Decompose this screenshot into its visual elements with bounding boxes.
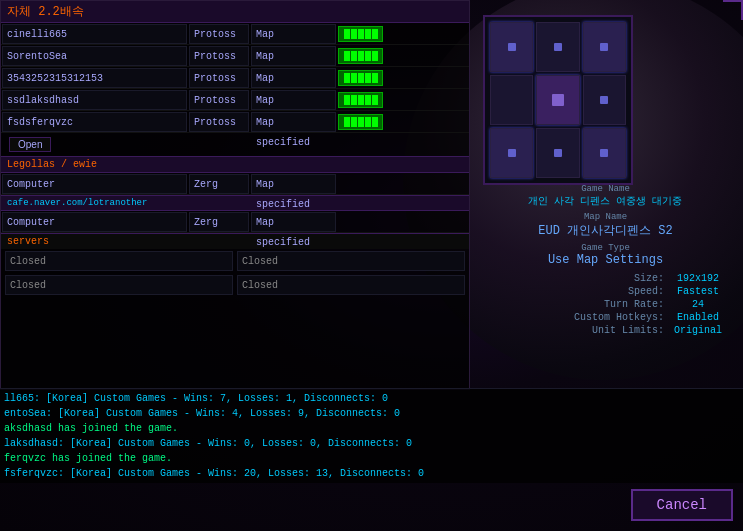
server-field-left: Closed bbox=[5, 251, 233, 271]
map-preview bbox=[483, 15, 633, 185]
server-field-right: Closed bbox=[237, 275, 465, 295]
chat-line: entoSea: [Korea] Custom Games - Wins: 4,… bbox=[4, 406, 739, 421]
map-tile bbox=[490, 22, 533, 72]
map-tile bbox=[536, 128, 579, 178]
player-map: Map specified bbox=[251, 68, 336, 88]
player-map: Map specified bbox=[251, 24, 336, 44]
status-bar bbox=[351, 117, 357, 127]
player-race: Protoss bbox=[189, 112, 249, 132]
status-bar bbox=[365, 51, 371, 61]
player-name: fsdsferqvzc bbox=[2, 112, 187, 132]
legollas-section: Legollas / ewie bbox=[1, 156, 469, 173]
map-name-value: EUD 개인사각디펜스 S2 bbox=[473, 222, 738, 239]
status-bar bbox=[344, 51, 350, 61]
speed-value: Fastest bbox=[668, 286, 728, 297]
unit-limits-value: Original bbox=[668, 325, 728, 336]
cafe-url: cafe.naver.com/lotranother bbox=[1, 195, 469, 211]
player-race: Protoss bbox=[189, 90, 249, 110]
left-panel: 자체 2.2배속 cinelli665 Protoss Map specifie… bbox=[0, 0, 470, 390]
player-status bbox=[338, 70, 383, 86]
table-row: SorentoSea Protoss Map specified bbox=[1, 45, 469, 67]
game-name-label: Game Name bbox=[473, 184, 738, 194]
map-name-label: Map Name bbox=[473, 212, 738, 222]
speed-row: Speed: Fastest bbox=[473, 286, 728, 297]
status-bar bbox=[358, 95, 364, 105]
status-bar bbox=[344, 73, 350, 83]
game-info: Game Name 개인 사각 디펜스 여중생 대기중 Map Name EUD… bbox=[473, 180, 738, 338]
size-row: Size: 192x192 bbox=[473, 273, 728, 284]
player-name: ssdlaksdhasd bbox=[2, 90, 187, 110]
status-bar bbox=[365, 117, 371, 127]
server-field-left: Closed bbox=[5, 275, 233, 295]
status-bar bbox=[344, 95, 350, 105]
chat-line: ferqvzc has joined the game. bbox=[4, 451, 739, 466]
map-tile bbox=[583, 128, 626, 178]
chat-line: fsferqvzc: [Korea] Custom Games - Wins: … bbox=[4, 466, 739, 481]
size-label: Size: bbox=[634, 273, 664, 284]
table-row: ssdlaksdhasd Protoss Map specified bbox=[1, 89, 469, 111]
map-tile bbox=[490, 75, 533, 125]
player-map: Map specified bbox=[251, 46, 336, 66]
status-bar bbox=[351, 29, 357, 39]
unit-limits-label: Unit Limits: bbox=[592, 325, 664, 336]
status-bars bbox=[344, 95, 378, 105]
status-bar bbox=[372, 29, 378, 39]
table-row: 3543252315312153 Protoss Map specified bbox=[1, 67, 469, 89]
status-bar bbox=[372, 73, 378, 83]
status-bar bbox=[358, 29, 364, 39]
hotkeys-value: Enabled bbox=[668, 312, 728, 323]
observer2-map: Map specified bbox=[251, 212, 336, 232]
game-name-value: 개인 사각 디펜스 여중생 대기중 bbox=[473, 194, 738, 208]
player-status bbox=[338, 48, 383, 64]
status-bar bbox=[351, 95, 357, 105]
map-tile bbox=[583, 22, 626, 72]
turn-rate-label: Turn Rate: bbox=[604, 299, 664, 310]
player-status bbox=[338, 26, 383, 42]
game-type-value: Use Map Settings bbox=[473, 253, 738, 267]
chat-line: laksdhasd: [Korea] Custom Games - Wins: … bbox=[4, 436, 739, 451]
size-value: 192x192 bbox=[668, 273, 728, 284]
player-name: cinelli665 bbox=[2, 24, 187, 44]
player-race: Protoss bbox=[189, 24, 249, 44]
players-table: cinelli665 Protoss Map specified Sorento… bbox=[1, 23, 469, 133]
map-tile bbox=[583, 75, 626, 125]
map-tile bbox=[490, 128, 533, 178]
player-map: Map specified bbox=[251, 112, 336, 132]
observer2-race: Zerg bbox=[189, 212, 249, 232]
right-panel: Game Name 개인 사각 디펜스 여중생 대기중 Map Name EUD… bbox=[463, 0, 743, 380]
map-tile bbox=[536, 22, 579, 72]
chat-line: ll665: [Korea] Custom Games - Wins: 7, L… bbox=[4, 391, 739, 406]
observer-map: Map specified bbox=[251, 174, 336, 194]
open-button[interactable]: Open bbox=[9, 137, 51, 152]
hotkeys-row: Custom Hotkeys: Enabled bbox=[473, 312, 728, 323]
table-row: fsdsferqvzc Protoss Map specified bbox=[1, 111, 469, 133]
status-bar bbox=[358, 51, 364, 61]
observer-name: Computer bbox=[2, 174, 187, 194]
hotkeys-label: Custom Hotkeys: bbox=[574, 312, 664, 323]
status-bar bbox=[358, 73, 364, 83]
status-bar bbox=[365, 73, 371, 83]
observer2-name: Computer bbox=[2, 212, 187, 232]
speed-label: Speed: bbox=[628, 286, 664, 297]
cancel-button[interactable]: Cancel bbox=[631, 489, 733, 521]
status-bars bbox=[344, 29, 378, 39]
status-bars bbox=[344, 117, 378, 127]
status-bar bbox=[372, 95, 378, 105]
servers-header: servers bbox=[1, 233, 469, 249]
player-name: 3543252315312153 bbox=[2, 68, 187, 88]
status-bar bbox=[372, 51, 378, 61]
status-bar bbox=[344, 117, 350, 127]
status-bar bbox=[372, 117, 378, 127]
status-bar bbox=[344, 29, 350, 39]
status-bar bbox=[365, 29, 371, 39]
table-row: cinelli665 Protoss Map specified bbox=[1, 23, 469, 45]
game-type-label: Game Type bbox=[473, 243, 738, 253]
player-race: Protoss bbox=[189, 46, 249, 66]
server-row: Closed Closed bbox=[1, 249, 469, 273]
status-bar bbox=[351, 73, 357, 83]
observer-race: Zerg bbox=[189, 174, 249, 194]
player-map: Map specified bbox=[251, 90, 336, 110]
turn-rate-row: Turn Rate: 24 bbox=[473, 299, 728, 310]
player-name: SorentoSea bbox=[2, 46, 187, 66]
chat-log: ll665: [Korea] Custom Games - Wins: 7, L… bbox=[0, 388, 743, 483]
